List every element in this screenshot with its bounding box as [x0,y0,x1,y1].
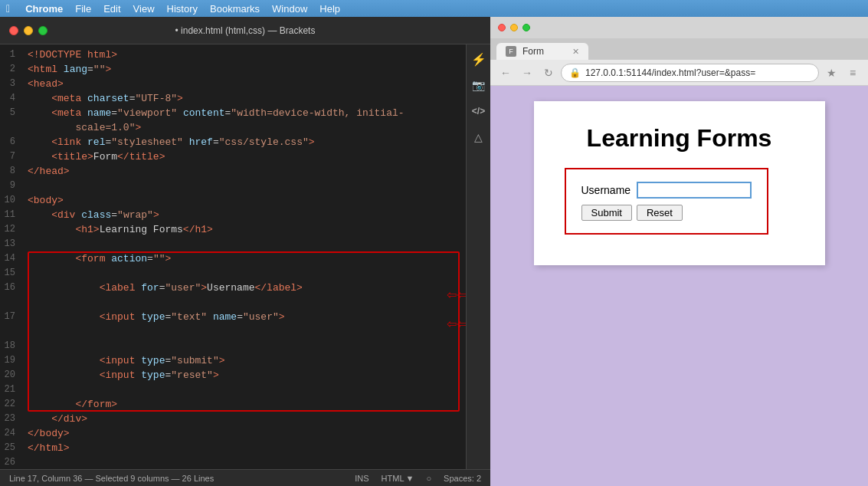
editor-titlebar: • index.html (html,css) — Brackets [0,17,490,44]
code-line-10: 10 <body> [0,193,466,208]
code-area[interactable]: 1 <!DOCTYPE html> 2 <html lang=""> 3 <he… [0,44,466,469]
browser-content: Learning Forms Username Submit Reset [490,86,868,486]
form-buttons: Submit Reset [581,205,752,221]
code-line-5: 5 <meta name="viewport" content="width=d… [0,106,466,120]
tab-close-button[interactable]: ✕ [572,47,579,57]
main-layout: • index.html (html,css) — Brackets 1 <!D… [0,17,868,486]
status-spaces: Spaces: 2 [444,474,481,483]
bookmark-star[interactable]: ★ [822,64,840,82]
forward-button[interactable]: → [518,64,536,82]
browser-maximize[interactable] [522,24,530,31]
menu-file[interactable]: File [75,3,91,15]
lightning-icon[interactable]: ⚡ [470,51,487,67]
menu-chrome[interactable]: Chrome [25,3,63,15]
tab-favicon: F [506,46,516,57]
menu-bar:  Chrome File Edit View History Bookmark… [0,0,868,17]
editor-panel: • index.html (html,css) — Brackets 1 <!D… [0,17,490,486]
lock-icon: 🔒 [569,67,581,78]
code-line-21: 21 [0,383,466,397]
code-line-8: 8 </head> [0,164,466,179]
code-line-9: 9 [0,179,466,193]
menu-history[interactable]: History [167,3,198,15]
code-line-12: 12 <h1>Learning Forms</h1> [0,222,466,237]
code-line-17: 17 <input type="text" name="user"> ⇦⇦ [0,310,466,339]
username-input[interactable] [637,182,752,199]
status-mode: INS [355,474,368,483]
browser-menu[interactable]: ≡ [843,64,862,82]
code-line-7: 7 <title>Form</title> [0,149,466,164]
browser-chrome: F Form ✕ ← → ↻ 🔒 127.0.0.1:51144/index.h… [490,17,868,86]
back-button[interactable]: ← [496,64,515,82]
code-line-6: 6 <link rel="stylesheet" href="css/style… [0,135,466,149]
code-line-18: 18 [0,339,466,353]
browser-minimize[interactable] [510,24,518,31]
browser-toolbar: ← → ↻ 🔒 127.0.0.1:51144/index.html?user=… [490,60,868,86]
status-position: Line 17, Column 36 — Selected 9 columns … [9,474,214,483]
refresh-button[interactable]: ↻ [539,64,558,82]
code-container[interactable]: 1 <!DOCTYPE html> 2 <html lang=""> 3 <he… [0,44,466,469]
apple-menu[interactable]:  [6,2,10,15]
code-line-13: 13 [0,237,466,251]
webpage: Learning Forms Username Submit Reset [534,101,825,265]
browser-close[interactable] [498,24,506,31]
traffic-lights [9,26,47,35]
browser-panel: F Form ✕ ← → ↻ 🔒 127.0.0.1:51144/index.h… [490,17,868,486]
username-label: Username [581,184,631,196]
code-line-4: 4 <meta charset="UTF-8"> [0,91,466,106]
editor-sidebar: ⚡ 📷 </> △ [466,44,490,469]
status-language[interactable]: HTML ▼ [382,474,414,483]
form-box: Username Submit Reset [565,168,769,235]
code-line-11: 11 <div class="wrap"> [0,208,466,222]
code-icon[interactable]: </> [470,103,487,120]
browser-tab[interactable]: F Form ✕ [496,43,588,60]
tab-title: Form [522,46,544,57]
code-line-24: 24 </body> [0,426,466,441]
status-circle: ○ [426,474,431,483]
status-bar: Line 17, Column 36 — Selected 9 columns … [0,469,490,486]
form-row-username: Username [581,182,752,199]
url-text: 127.0.0.1:51144/index.html?user=&pass= [585,67,755,78]
browser-tab-bar: F Form ✕ [490,38,868,60]
menu-bookmarks[interactable]: Bookmarks [210,3,260,15]
code-line-22: 22 </form> [0,397,466,412]
code-line-3: 3 <head> [0,77,466,91]
code-line-1: 1 <!DOCTYPE html> [0,48,466,62]
close-button[interactable] [9,26,18,35]
editor-main: 1 <!DOCTYPE html> 2 <html lang=""> 3 <he… [0,44,490,469]
menu-edit[interactable]: Edit [103,3,120,15]
code-line-25: 25 </html> [0,441,466,455]
menu-help[interactable]: Help [319,3,340,15]
code-line-2: 2 <html lang=""> [0,62,466,77]
code-line-23: 23 </div> [0,412,466,426]
editor-title: • index.html (html,css) — Brackets [175,25,316,36]
code-line-16: 16 <label for="user">Username</label> ⇦⇦ [0,281,466,310]
menu-window[interactable]: Window [272,3,307,15]
code-line-26: 26 [0,455,466,469]
code-line-5b: scale=1.0"> [0,120,466,135]
status-right: INS HTML ▼ ○ Spaces: 2 [355,474,481,483]
delta-icon[interactable]: △ [470,129,487,146]
highlighted-section: 14 <form action=""> 15 16 <labe [0,251,466,412]
maximize-button[interactable] [38,26,47,35]
image-icon[interactable]: 📷 [470,77,487,94]
menu-view[interactable]: View [133,3,155,15]
code-line-14: 14 <form action=""> [0,251,466,266]
page-heading: Learning Forms [565,124,794,153]
code-line-20: 20 <input type="reset"> [0,368,466,383]
address-bar[interactable]: 🔒 127.0.0.1:51144/index.html?user=&pass= [561,64,819,82]
minimize-button[interactable] [24,26,33,35]
browser-titlebar [490,17,868,38]
code-line-19: 19 <input type="submit"> [0,353,466,368]
reset-button[interactable]: Reset [637,205,683,221]
code-line-15: 15 [0,266,466,281]
submit-button[interactable]: Submit [581,205,632,221]
